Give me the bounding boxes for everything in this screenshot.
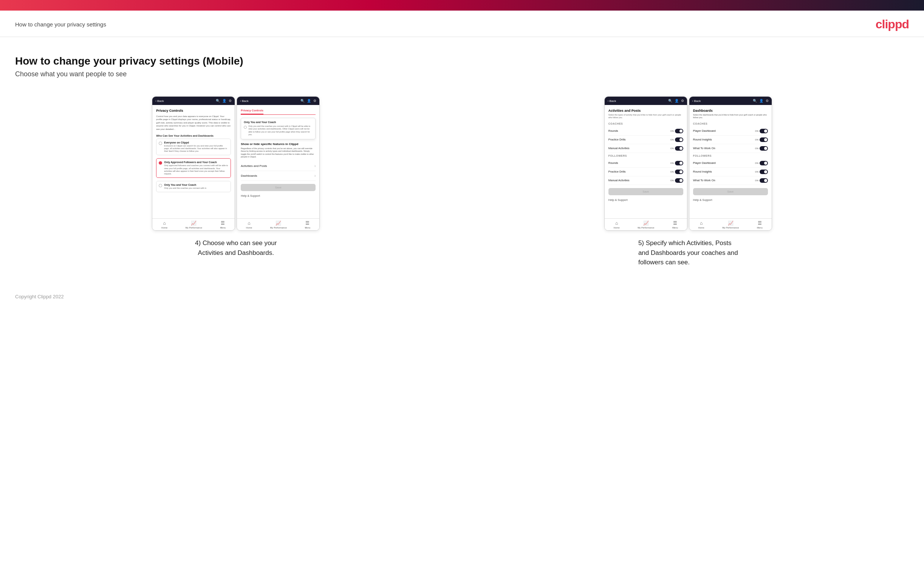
toggle-switch-manual-followers[interactable]: [675, 178, 683, 183]
toggle-manual-coaches-ctrl[interactable]: ON: [670, 146, 683, 151]
radio-option-everyone[interactable]: Everyone on Clippd Everyone on Clippd ca…: [156, 139, 231, 155]
main-content: How to change your privacy settings (Mob…: [0, 37, 924, 282]
tab-home-4[interactable]: ⌂ Home: [698, 221, 704, 229]
help-support-4: Help & Support: [693, 198, 768, 201]
screenshots-row: ‹ Back 🔍 👤 ⚙ Privacy Controls Control ho…: [15, 96, 909, 268]
toggle-switch-rounds-followers[interactable]: [675, 161, 683, 165]
toggle-switch-roundinsights-followers[interactable]: [759, 169, 768, 174]
home-icon-3: ⌂: [615, 221, 618, 226]
dash-title: Dashboards: [693, 109, 768, 113]
person-icon-4: 👤: [759, 99, 763, 103]
tab-perf-label-3: My Performance: [638, 227, 654, 229]
person-icon-2: 👤: [307, 99, 311, 103]
option-1-label: Everyone on Clippd: [164, 141, 228, 144]
search-icon-2: 🔍: [300, 99, 305, 103]
option-3-content: Only You and Your Coach Only you and the…: [164, 184, 206, 190]
tab-perf-label-1: My Performance: [186, 227, 202, 229]
dashboards-label: Dashboards: [241, 174, 257, 177]
tab-menu-1[interactable]: ☰ Menu: [220, 221, 226, 229]
save-btn-2[interactable]: Save: [241, 184, 315, 191]
toggle-switch-drills-followers[interactable]: [675, 169, 683, 174]
radio-option-approved[interactable]: Only Approved Followers and Your Coach O…: [156, 158, 231, 178]
phone-4: ‹ Back 🔍 👤 ⚙ Dashboards Select the dashb…: [689, 96, 772, 231]
radio-only-you[interactable]: [159, 184, 162, 187]
top-bar: [0, 0, 924, 11]
phone-1-back[interactable]: ‹ Back: [155, 99, 164, 103]
tooltip-radio-circle[interactable]: [244, 126, 247, 129]
toggle-playerdash-followers: Player Dashboard ON: [693, 159, 768, 168]
tab-perf-1[interactable]: 📈 My Performance: [186, 221, 202, 229]
toggle-switch-whattowork-followers[interactable]: [759, 178, 768, 183]
perf-icon-2: 📈: [276, 221, 281, 226]
toggle-rounds-coaches-ctrl[interactable]: ON: [670, 129, 683, 133]
option-1-desc: Everyone on Clippd can search for you an…: [164, 145, 228, 153]
tab-home-2[interactable]: ⌂ Home: [246, 221, 252, 229]
tooltip-box: Only You and Your Coach Only you and the…: [241, 118, 315, 139]
settings-icon: ⚙: [229, 99, 232, 103]
tab-home-1[interactable]: ⌂ Home: [162, 221, 167, 229]
tab-menu-label-1: Menu: [220, 227, 226, 229]
tab-perf-3[interactable]: 📈 My Performance: [638, 221, 654, 229]
coaches-label-3: COACHES: [609, 122, 683, 125]
perf-icon-1: 📈: [191, 221, 197, 226]
activities-posts-link[interactable]: Activities and Posts ›: [241, 161, 315, 171]
tab-menu-2[interactable]: ☰ Menu: [305, 221, 310, 229]
phone-4-back[interactable]: ‹ Back: [692, 99, 701, 103]
save-btn-3[interactable]: Save: [609, 188, 683, 195]
radio-approved[interactable]: [159, 161, 162, 164]
phone-3-tabbar: ⌂ Home 📈 My Performance ☰ Menu: [605, 218, 687, 230]
tab-home-3[interactable]: ⌂ Home: [614, 221, 620, 229]
tab-perf-2[interactable]: 📈 My Performance: [270, 221, 287, 229]
phone-3-header: ‹ Back 🔍 👤 ⚙: [605, 97, 687, 105]
toggle-drills-coaches-ctrl[interactable]: ON: [670, 137, 683, 142]
phone-1-header: ‹ Back 🔍 👤 ⚙: [152, 97, 235, 105]
tab-menu-4[interactable]: ☰ Menu: [757, 221, 762, 229]
radio-option-only-you[interactable]: Only You and Your Coach Only you and the…: [156, 181, 231, 192]
toggle-switch-whattowork-coaches[interactable]: [759, 146, 768, 151]
tab-menu-3[interactable]: ☰ Menu: [672, 221, 678, 229]
toggle-rounds-followers: Rounds ON: [609, 159, 683, 168]
toggle-playerdash-coaches-ctrl[interactable]: ON: [755, 129, 768, 133]
phone-4-body: Dashboards Select the dashboards that yo…: [689, 105, 772, 218]
toggle-switch-playerdash-coaches[interactable]: [759, 129, 768, 133]
menu-icon-4: ☰: [758, 221, 762, 226]
option-2-desc: Only approved followers and coaches you …: [164, 164, 228, 175]
toggle-switch-rounds-coaches[interactable]: [675, 129, 683, 133]
phone-3-back[interactable]: ‹ Back: [608, 99, 616, 103]
settings-icon-3: ⚙: [681, 99, 684, 103]
toggle-manual-followers-label: Manual Activities: [609, 179, 630, 182]
toggle-playerdash-followers-ctrl[interactable]: ON: [755, 161, 768, 165]
show-hide-title: Show or hide specific features in Clippd: [241, 142, 315, 146]
tab-perf-4[interactable]: 📈 My Performance: [722, 221, 739, 229]
toggle-whattowork-followers-ctrl[interactable]: ON: [755, 178, 768, 183]
search-icon-4: 🔍: [753, 99, 757, 103]
logo: clippd: [876, 18, 909, 31]
phone-2-back[interactable]: ‹ Back: [240, 99, 248, 103]
toggle-roundinsights-coaches-ctrl[interactable]: ON: [755, 137, 768, 142]
toggle-switch-manual-coaches[interactable]: [675, 146, 683, 151]
tab-menu-label-3: Menu: [672, 227, 678, 229]
home-icon-2: ⌂: [247, 221, 250, 226]
toggle-drills-followers-ctrl[interactable]: ON: [670, 169, 683, 174]
dashboards-link[interactable]: Dashboards ›: [241, 171, 315, 181]
followers-toggles-3: Rounds ON Practice Drills ON: [609, 159, 683, 185]
radio-everyone[interactable]: [159, 142, 162, 145]
toggle-switch-roundinsights-coaches[interactable]: [759, 137, 768, 142]
save-btn-4[interactable]: Save: [693, 188, 768, 195]
toggle-whattowork-coaches-ctrl[interactable]: ON: [755, 146, 768, 151]
toggle-manual-coaches-label: Manual Activities: [609, 147, 630, 150]
toggle-manual-followers-ctrl[interactable]: ON: [670, 178, 683, 183]
tooltip-title: Only You and Your Coach: [244, 121, 313, 124]
toggle-switch-playerdash-followers[interactable]: [759, 161, 768, 165]
privacy-tab-label[interactable]: Privacy Controls: [241, 109, 263, 114]
toggle-manual-followers: Manual Activities ON: [609, 176, 683, 185]
toggle-roundinsights-followers-ctrl[interactable]: ON: [755, 169, 768, 174]
toggle-playerdash-coaches: Player Dashboard ON: [693, 127, 768, 135]
phone-3: ‹ Back 🔍 👤 ⚙ Activities and Posts Select…: [604, 96, 687, 231]
phone-2-header: ‹ Back 🔍 👤 ⚙: [237, 97, 319, 105]
toggle-rounds-followers-label: Rounds: [609, 161, 618, 164]
toggle-switch-drills-coaches[interactable]: [675, 137, 683, 142]
copyright: Copyright Clippd 2022: [15, 294, 64, 300]
toggle-rounds-followers-ctrl[interactable]: ON: [670, 161, 683, 165]
screenshots-pair-2: ‹ Back 🔍 👤 ⚙ Activities and Posts Select…: [604, 96, 772, 231]
